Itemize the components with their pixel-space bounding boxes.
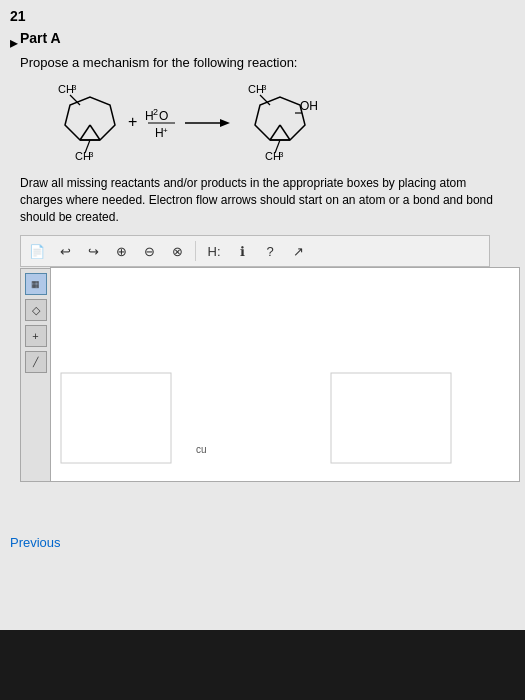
undo-button[interactable]: ↩ [53,239,77,263]
svg-line-22 [280,125,290,140]
zoom-in-button[interactable]: ⊕ [109,239,133,263]
arrow-icon: ▸ [10,33,18,52]
svg-rect-33 [331,373,451,463]
svg-line-2 [80,125,90,140]
question-number: 21 [10,8,26,24]
main-page: 21 ▸ Part A Propose a mechanism for the … [0,0,525,630]
svg-text:3: 3 [262,83,267,92]
part-label: Part A [20,30,61,46]
redo-button[interactable]: ↪ [81,239,105,263]
left-panel: ▦ ◇ + ╱ [20,268,50,482]
svg-marker-0 [65,97,115,140]
svg-text:cu: cu [196,444,207,455]
svg-text:3: 3 [279,150,284,159]
previous-button[interactable]: Previous [10,535,61,550]
svg-text:2: 2 [153,107,158,117]
svg-line-21 [270,125,280,140]
reaction-diagram: CH 3 CH 3 + H 2 O H + [20,75,480,170]
bottom-bar [0,630,525,700]
svg-text:O: O [159,109,168,123]
zoom-reset-button[interactable]: ⊗ [165,239,189,263]
info-button[interactable]: ℹ [230,239,254,263]
panel-btn-2[interactable]: ◇ [25,299,47,321]
zoom-out-button[interactable]: ⊖ [137,239,161,263]
svg-marker-19 [255,97,305,140]
panel-btn-4[interactable]: ╱ [25,351,47,373]
panel-btn-plus[interactable]: + [25,325,47,347]
toolbar: 📄 ↩ ↪ ⊕ ⊖ ⊗ H: ℹ ? ↗ [20,235,490,267]
new-file-button[interactable]: 📄 [25,239,49,263]
svg-rect-31 [61,373,171,463]
toolbar-separator [195,241,196,261]
prompt-text: Propose a mechanism for the following re… [20,55,297,70]
hydrogen-button[interactable]: H: [202,239,226,263]
help-button[interactable]: ? [258,239,282,263]
arrow-tool-button[interactable]: ↗ [286,239,310,263]
svg-text:+: + [128,113,137,130]
svg-text:3: 3 [72,83,77,92]
svg-text:OH: OH [300,99,318,113]
svg-text:+: + [163,126,168,135]
svg-line-3 [90,125,100,140]
drawing-canvas[interactable]: cu [50,267,520,482]
instruction-text: Draw all missing reactants and/or produc… [20,175,510,225]
svg-text:3: 3 [89,150,94,159]
panel-btn-1[interactable]: ▦ [25,273,47,295]
svg-marker-18 [220,119,230,127]
